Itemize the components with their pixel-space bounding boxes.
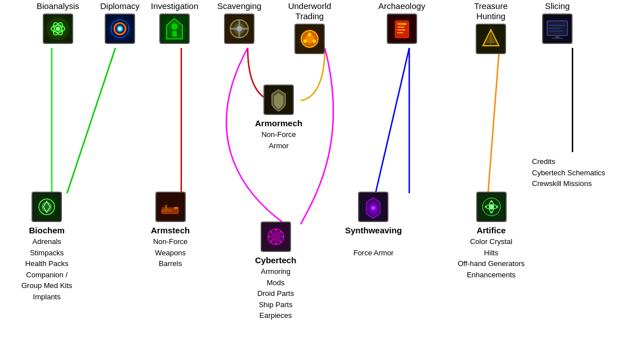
node-treasure: TreasureHunting — [468, 1, 513, 54]
svg-line-3 — [375, 48, 409, 193]
svg-rect-38 — [397, 32, 403, 33]
scavenging-label: Scavenging — [217, 1, 261, 11]
biochem-icon — [32, 192, 62, 222]
svg-point-30 — [308, 33, 311, 36]
underworld-label: UnderworldTrading — [288, 1, 332, 21]
underworld-icon — [294, 24, 325, 54]
armormech-sublabels: Non-Force Armor — [261, 129, 296, 151]
armormech-name: Armormech — [255, 118, 302, 128]
node-bioanalysis: Bioanalysis — [37, 1, 79, 44]
node-archaeology: Archaeology — [378, 1, 425, 44]
svg-point-26 — [236, 26, 242, 32]
svg-rect-57 — [157, 193, 184, 220]
svg-point-75 — [490, 211, 493, 214]
svg-point-73 — [489, 205, 494, 209]
investigation-label: Investigation — [151, 1, 198, 11]
svg-rect-50 — [555, 36, 560, 38]
node-armormech: Armormech Non-Force Armor — [255, 85, 302, 151]
diplomacy-label: Diplomacy — [100, 1, 140, 11]
svg-point-11 — [56, 26, 60, 31]
node-artifice: Artifice Color Crystal Hilts Off-hand Ge… — [458, 192, 525, 280]
svg-rect-37 — [397, 29, 405, 30]
svg-line-1 — [67, 48, 115, 193]
slicing-icon — [542, 14, 573, 44]
svg-point-77 — [496, 206, 498, 208]
armstech-sublabels: Non-Force Weapons Barrels — [153, 236, 187, 269]
artifice-name: Artifice — [477, 225, 506, 235]
svg-rect-59 — [162, 209, 172, 212]
node-cybertech: Cybertech Armoring Mods Droid Parts Ship… — [255, 222, 296, 321]
treasure-icon — [476, 24, 506, 54]
armstech-icon — [155, 192, 186, 222]
node-biochem: Biochem Adrenals Stimpacks Health Packs … — [21, 192, 72, 302]
svg-point-74 — [490, 200, 493, 202]
synthweaving-name: Synthweaving — [345, 225, 402, 235]
svg-point-65 — [271, 232, 280, 241]
svg-rect-20 — [172, 31, 177, 37]
svg-point-19 — [171, 23, 178, 30]
archaeology-label: Archaeology — [378, 1, 425, 11]
svg-line-5 — [488, 48, 499, 193]
diplomacy-icon — [105, 14, 135, 44]
node-investigation: Investigation — [151, 1, 198, 44]
investigation-icon — [159, 14, 190, 44]
svg-point-31 — [303, 39, 307, 43]
cybertech-icon — [261, 222, 291, 252]
craft-diagram: Bioanalysis Diplomacy Investigatio — [0, 0, 644, 341]
biochem-sublabels: Adrenals Stimpacks Health Packs Companio… — [21, 236, 72, 302]
svg-rect-51 — [552, 38, 563, 39]
svg-point-32 — [312, 39, 316, 43]
node-synthweaving: Synthweaving Force Armor — [345, 192, 402, 258]
artifice-icon — [476, 192, 507, 222]
archaeology-icon — [387, 14, 417, 44]
biochem-name: Biochem — [29, 225, 64, 235]
cybertech-sublabels: Armoring Mods Droid Parts Ship Parts Ear… — [257, 266, 294, 321]
svg-point-76 — [485, 206, 487, 208]
synthweaving-sublabels: Force Armor — [354, 236, 394, 258]
bioanalysis-label: Bioanalysis — [37, 1, 79, 11]
treasure-label: TreasureHunting — [474, 1, 507, 21]
slicing-outputs: Credits Cybertech Schematics Crewskill M… — [532, 155, 605, 189]
synthweaving-icon — [358, 192, 388, 222]
armormech-icon — [263, 85, 294, 115]
armstech-name: Armstech — [151, 225, 190, 235]
svg-rect-36 — [397, 26, 404, 28]
scavenging-icon — [224, 14, 254, 44]
cybertech-name: Cybertech — [255, 255, 296, 265]
slicing-label: Slicing — [545, 1, 570, 11]
node-armstech: Armstech Non-Force Weapons Barrels — [151, 192, 190, 269]
svg-rect-61 — [165, 205, 167, 209]
node-underworld: UnderworldTrading — [287, 1, 332, 54]
svg-point-68 — [372, 206, 375, 210]
svg-rect-35 — [397, 23, 406, 25]
node-scavenging: Scavenging — [217, 1, 261, 44]
svg-point-16 — [118, 27, 122, 30]
node-slicing: Slicing — [542, 1, 573, 44]
artifice-sublabels: Color Crystal Hilts Off-hand Generators … — [458, 236, 525, 280]
bioanalysis-icon — [43, 14, 73, 44]
node-diplomacy: Diplomacy — [100, 1, 140, 44]
